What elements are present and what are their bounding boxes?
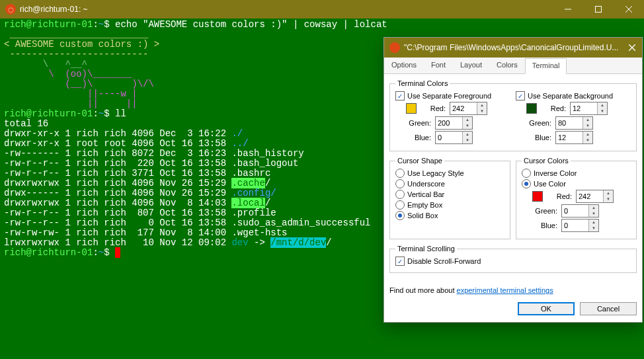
tab-font[interactable]: Font bbox=[424, 58, 453, 73]
group-cursor-colors: Cursor Colors Inverse Color Use Color Re… bbox=[516, 157, 637, 239]
cmd-line-2: ll bbox=[115, 108, 126, 119]
window-title: rich@richturn-01: ~ bbox=[20, 5, 553, 14]
spinner-fg-red[interactable]: ▲▼ bbox=[450, 102, 487, 115]
dialog-close-button[interactable] bbox=[629, 44, 637, 52]
close-button[interactable] bbox=[614, 0, 644, 19]
tab-colors[interactable]: Colors bbox=[489, 58, 525, 73]
ubuntu-icon bbox=[389, 42, 400, 53]
radio-cursor-solid[interactable] bbox=[395, 211, 405, 220]
group-terminal-scrolling: Terminal Scrolling ✓ Disable Scroll-Forw… bbox=[389, 245, 637, 273]
radio-cursor-usecolor[interactable] bbox=[522, 179, 531, 188]
checkbox-separate-fg[interactable]: ✓ bbox=[395, 91, 405, 100]
radio-cursor-empty[interactable] bbox=[395, 200, 405, 210]
spinner-fg-green[interactable]: ▲▼ bbox=[435, 116, 473, 130]
cancel-button[interactable]: Cancel bbox=[580, 302, 637, 315]
dialog-titlebar[interactable]: "C:\Program Files\WindowsApps\CanonicalG… bbox=[384, 38, 642, 58]
svg-rect-0 bbox=[596, 7, 602, 13]
dialog-tabs: Options Font Layout Colors Terminal bbox=[384, 58, 642, 74]
cmd-line-1: echo "AWESOME custom colors :)" | cowsay… bbox=[115, 19, 387, 30]
spinner-cursor-green[interactable]: ▲▼ bbox=[561, 204, 599, 218]
ok-button[interactable]: OK bbox=[518, 302, 575, 315]
ubuntu-icon: ◌ bbox=[5, 4, 16, 15]
group-terminal-colors: Terminal Colors ✓ Use Separate Foregroun… bbox=[389, 79, 637, 151]
spinner-cursor-blue[interactable]: ▲▼ bbox=[561, 219, 599, 232]
properties-dialog: "C:\Program Files\WindowsApps\CanonicalG… bbox=[383, 37, 643, 323]
maximize-button[interactable] bbox=[583, 0, 614, 19]
radio-cursor-underscore[interactable] bbox=[395, 179, 405, 188]
tab-options[interactable]: Options bbox=[384, 58, 424, 73]
tab-terminal[interactable]: Terminal bbox=[525, 58, 567, 74]
checkbox-disable-scroll[interactable]: ✓ bbox=[395, 257, 405, 266]
bg-swatch bbox=[526, 103, 537, 114]
spinner-fg-blue[interactable]: ▲▼ bbox=[435, 131, 473, 144]
minimize-button[interactable] bbox=[553, 0, 583, 19]
spinner-bg-red[interactable]: ▲▼ bbox=[570, 102, 608, 115]
fg-swatch bbox=[406, 103, 417, 114]
tab-layout[interactable]: Layout bbox=[453, 58, 489, 73]
titlebar: ◌ rich@richturn-01: ~ bbox=[0, 0, 644, 19]
cursor-swatch bbox=[532, 191, 543, 202]
radio-cursor-legacy[interactable] bbox=[395, 169, 405, 178]
group-cursor-shape: Cursor Shape Use Legacy Style Underscore… bbox=[389, 157, 510, 239]
link-experimental-settings[interactable]: experimental terminal settings bbox=[457, 286, 553, 294]
checkbox-separate-bg[interactable]: ✓ bbox=[516, 91, 525, 100]
cursor bbox=[115, 247, 120, 258]
spinner-bg-green[interactable]: ▲▼ bbox=[555, 116, 593, 130]
prompt-user: rich@richturn-01 bbox=[4, 19, 93, 30]
spinner-cursor-red[interactable]: ▲▼ bbox=[576, 190, 614, 203]
radio-cursor-inverse[interactable] bbox=[522, 169, 531, 178]
dialog-title: "C:\Program Files\WindowsApps\CanonicalG… bbox=[404, 43, 618, 52]
radio-cursor-vbar[interactable] bbox=[395, 190, 405, 199]
spinner-bg-blue[interactable]: ▲▼ bbox=[555, 131, 593, 144]
